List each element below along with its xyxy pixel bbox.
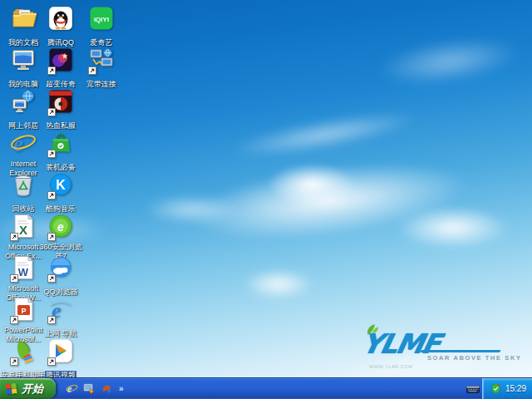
desktop-icon-software-bag[interactable]: 装机必备 [37, 130, 84, 173]
software-bag-icon [47, 130, 75, 158]
phone-assistant-icon [9, 337, 37, 366]
shortcut-arrow-icon [47, 150, 56, 158]
desktop-icon-nav-e[interactable]: e上网 导航 [37, 296, 84, 339]
shortcut-arrow-icon [10, 233, 18, 241]
quick-launch-internet-explorer-icon[interactable]: e [64, 381, 79, 397]
excel-icon: X [9, 213, 37, 241]
desktop-icon-kugou-music[interactable]: K酷狗音乐 [37, 171, 84, 214]
word-icon: W [9, 254, 37, 283]
start-button-label: 开始 [22, 382, 43, 397]
shortcut-arrow-icon [10, 274, 18, 283]
shortcut-arrow-icon [10, 316, 18, 324]
360-browser-icon: e [47, 213, 75, 241]
shortcut-arrow-icon [47, 233, 56, 241]
windows-logo-icon [4, 382, 18, 396]
shortcut-arrow-icon [88, 66, 96, 75]
desktop-icon-broadband-connection[interactable]: 宽带连接 [78, 47, 125, 90]
desktop-icon-grid: 我的文档腾讯QQiQIYI爱奇艺我的电脑超变传奇宽带连接网上邻居热血私服eInt… [0, 0, 532, 399]
shortcut-arrow-icon [47, 108, 56, 116]
iqiyi-icon: iQIYI [87, 5, 116, 33]
shortcut-arrow-icon [47, 357, 56, 366]
tray-clock[interactable]: 15:29 [505, 384, 526, 393]
shortcut-arrow-icon [47, 316, 56, 324]
desktop-icon-qq[interactable]: 腾讯QQ [37, 5, 84, 48]
svg-text:X: X [19, 223, 27, 237]
quick-launch-show-desktop-icon[interactable] [81, 381, 96, 397]
quick-launch-overflow-button[interactable]: » [116, 384, 126, 393]
network-places-icon [9, 88, 37, 116]
tray-security-icon[interactable] [490, 383, 501, 394]
svg-text:e: e [57, 220, 64, 234]
system-tray: 15:29 [482, 378, 532, 399]
desktop-icon-iqiyi[interactable]: iQIYI爱奇艺 [78, 5, 125, 48]
svg-text:W: W [18, 266, 29, 278]
internet-explorer-icon: e [9, 130, 37, 158]
svg-text:e: e [13, 131, 23, 156]
broadband-connection-icon [87, 47, 116, 75]
desktop: 我的文档腾讯QQiQIYI爱奇艺我的电脑超变传奇宽带连接网上邻居热血私服eInt… [0, 0, 532, 399]
quick-launch-bar: e » [56, 378, 130, 399]
desktop-icon-label: 宽带连接 [86, 80, 117, 89]
shortcut-arrow-icon [47, 191, 56, 200]
svg-text:P: P [21, 307, 26, 315]
tencent-video-icon [47, 337, 75, 366]
quick-launch-media-player-icon[interactable] [99, 381, 114, 397]
desktop-icon-game-hotblood[interactable]: 热血私服 [37, 88, 84, 131]
kugou-music-icon: K [47, 171, 75, 200]
recycle-bin-icon [9, 171, 37, 200]
powerpoint-icon: P [9, 296, 37, 324]
taskbar: 开始 e » 15:29 [0, 378, 532, 399]
game-hotblood-icon [47, 88, 75, 116]
shortcut-arrow-icon [47, 274, 56, 283]
desktop-icon-qq-browser[interactable]: QQ浏览器 [37, 254, 84, 298]
svg-text:e: e [66, 383, 71, 395]
input-method-keyboard-icon[interactable] [464, 378, 482, 399]
my-computer-icon [9, 47, 37, 75]
qq-browser-icon [47, 254, 75, 283]
desktop-icon-game-legend[interactable]: 超变传奇 [37, 47, 84, 90]
game-legend-icon [47, 47, 75, 75]
desktop-icon-tencent-video[interactable]: 腾讯视频 [37, 337, 84, 381]
shortcut-arrow-icon [47, 66, 56, 75]
svg-text:iQIYI: iQIYI [94, 16, 109, 23]
shortcut-arrow-icon [10, 357, 18, 366]
svg-text:K: K [56, 178, 66, 192]
taskbar-right: 15:29 [464, 378, 532, 399]
start-button[interactable]: 开始 [0, 378, 56, 399]
my-documents-icon [9, 5, 37, 33]
qq-icon [47, 5, 75, 33]
nav-e-icon: e [47, 296, 75, 324]
